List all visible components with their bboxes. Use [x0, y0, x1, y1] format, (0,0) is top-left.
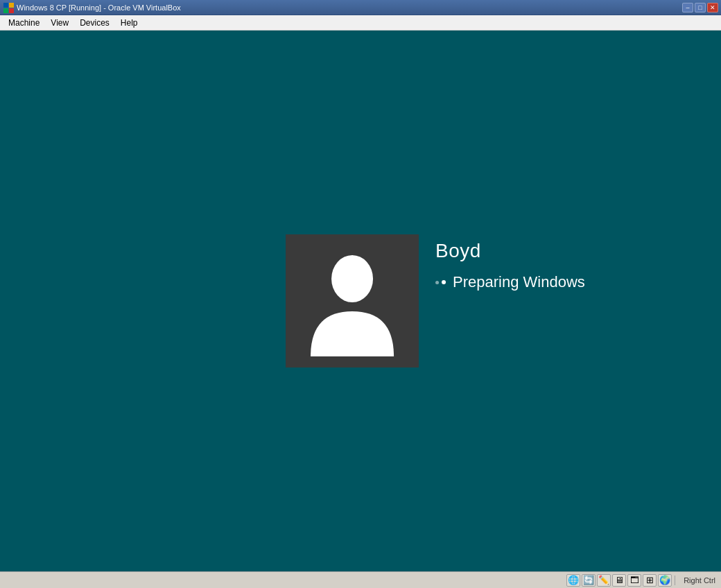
- minimize-button[interactable]: –: [682, 3, 693, 12]
- statusbar-icon-window[interactable]: 🗔: [627, 574, 641, 587]
- status-bar: 🌐 🔄 ✏️ 🖥 🗔 ⊞ 🌍 Right Ctrl: [0, 571, 721, 588]
- vm-viewport[interactable]: Boyd Preparing Windows: [0, 31, 721, 571]
- loading-spinner: [435, 280, 446, 284]
- window-title: Windows 8 CP [Running] - Oracle VM Virtu…: [17, 3, 181, 12]
- menu-devices[interactable]: Devices: [74, 17, 115, 29]
- svg-rect-1: [9, 3, 14, 8]
- user-avatar: [286, 234, 419, 368]
- title-bar-left: Windows 8 CP [Running] - Oracle VM Virtu…: [3, 2, 181, 13]
- svg-rect-2: [3, 8, 8, 13]
- close-button[interactable]: ✕: [707, 3, 718, 12]
- status-text: Preparing Windows: [453, 273, 585, 291]
- dot-1: [435, 281, 439, 284]
- svg-point-4: [331, 255, 373, 302]
- avatar-silhouette-icon: [307, 245, 397, 356]
- username: Boyd: [435, 240, 585, 262]
- statusbar-icon-network[interactable]: 🌍: [658, 574, 672, 587]
- status-separator: [675, 576, 675, 585]
- menu-bar: Machine View Devices Help: [0, 15, 721, 31]
- svg-rect-3: [9, 8, 14, 13]
- login-area: Boyd Preparing Windows: [286, 234, 585, 368]
- window-control-buttons: – □ ✕: [682, 3, 718, 12]
- right-ctrl-label: Right Ctrl: [681, 576, 718, 585]
- svg-rect-0: [3, 3, 8, 8]
- menu-machine[interactable]: Machine: [3, 17, 45, 29]
- statusbar-icon-globe[interactable]: 🌐: [566, 574, 580, 587]
- dot-2: [442, 280, 446, 284]
- statusbar-icon-grid[interactable]: ⊞: [643, 574, 657, 587]
- user-info: Boyd Preparing Windows: [435, 234, 585, 291]
- statusbar-icon-screens[interactable]: 🖥: [612, 574, 626, 587]
- menu-help[interactable]: Help: [115, 17, 144, 29]
- app-icon: [3, 2, 14, 13]
- menu-view[interactable]: View: [45, 17, 74, 29]
- maximize-button[interactable]: □: [695, 3, 706, 12]
- statusbar-icon-edit[interactable]: ✏️: [597, 574, 611, 587]
- title-bar: Windows 8 CP [Running] - Oracle VM Virtu…: [0, 0, 721, 15]
- preparing-row: Preparing Windows: [435, 273, 585, 291]
- statusbar-icon-refresh[interactable]: 🔄: [582, 574, 596, 587]
